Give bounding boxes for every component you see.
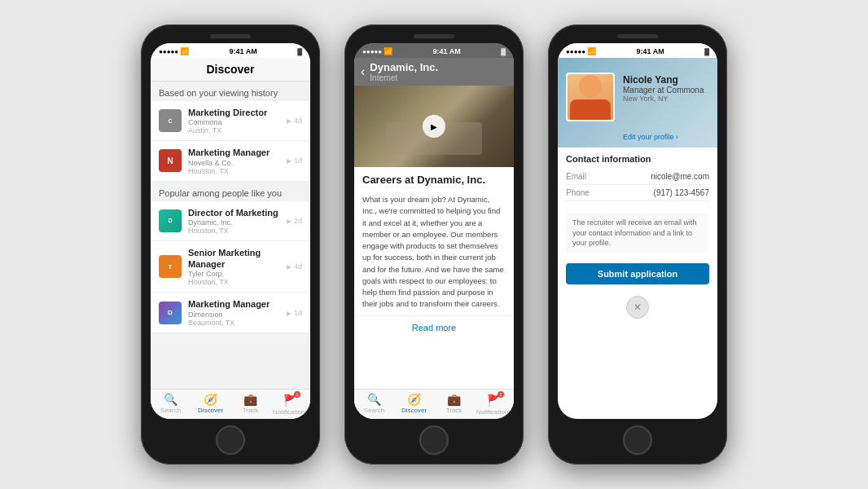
company-description: What is your dream job? At Dynamic, Inc.… <box>354 189 514 315</box>
phone-speaker-2 <box>414 34 454 38</box>
wifi-icon-3: 📶 <box>587 47 596 55</box>
track-icon-2: 💼 <box>447 393 461 406</box>
signal-icon: ●●●●● <box>159 48 178 55</box>
tab-search-label-1: Search <box>160 407 181 414</box>
company-scroll[interactable]: Careers at Dynamic, Inc. What is your dr… <box>354 167 514 389</box>
tab-notifications-label-2: Notifications <box>476 408 512 416</box>
back-button[interactable]: ‹ <box>361 64 365 79</box>
job-logo-dynamic: D <box>159 209 182 232</box>
tab-track-2[interactable]: 💼 Track <box>434 393 474 416</box>
phone-2: ●●●●● 📶 9:41 AM ▓ ‹ Dynamic, Inc. Intern… <box>344 24 524 465</box>
job-item-1[interactable]: C Marketing Director Commona Austin, TX … <box>151 101 310 141</box>
job-company-3: Dynamic, Inc. <box>188 218 280 227</box>
job-logo-tyler: T <box>159 255 182 278</box>
notification-badge-2: 🚩 1 <box>487 393 501 408</box>
phone-value: (917) 123-4567 <box>654 188 709 197</box>
status-time-3: 9:41 AM <box>637 47 664 55</box>
job-item-4[interactable]: T Senior Marketing Manager Tyler Corp. H… <box>151 241 310 293</box>
job-location-5: Beaumont, TX <box>188 319 280 327</box>
discover-icon-1: 🧭 <box>204 393 217 406</box>
tab-notifications-1[interactable]: 🚩 1 Notifications <box>270 393 310 416</box>
status-battery-2: ▓ <box>501 48 506 55</box>
tab-search-label-2: Search <box>364 407 384 414</box>
submit-application-button[interactable]: Submit application <box>566 263 709 284</box>
job-age-4: ▶ 4d <box>287 262 302 271</box>
status-battery-3: ▓ <box>704 48 709 55</box>
tab-bar-1: 🔍 Search 🧭 Discover 💼 Track 🚩 1 Notifica… <box>151 389 310 419</box>
tab-track-label-2: Track <box>446 407 462 414</box>
job-title-3: Director of Marketing <box>188 207 280 218</box>
phone-home-button-1[interactable] <box>216 425 245 455</box>
phone-1: ●●●●● 📶 9:41 AM ▓ Discover Based on your… <box>141 24 320 465</box>
tab-track-label-1: Track <box>243 407 259 414</box>
status-signal-1: ●●●●● 📶 <box>159 47 189 55</box>
section-label-history: Based on your viewing history <box>151 82 310 101</box>
recruiter-note: The recruiter will receive an email with… <box>566 213 709 253</box>
discover-title: Discover <box>159 63 302 76</box>
job-age-2: ▶ 1d <box>287 156 302 165</box>
phone-screen-2: ●●●●● 📶 9:41 AM ▓ ‹ Dynamic, Inc. Intern… <box>354 43 514 419</box>
profile-location: New York, NY <box>623 95 712 103</box>
discover-scroll[interactable]: Based on your viewing history C Marketin… <box>151 82 310 389</box>
tab-track-1[interactable]: 💼 Track <box>230 393 270 416</box>
job-age-1: ▶ 4d <box>287 117 302 125</box>
nav-bar-1: Discover <box>151 58 310 82</box>
search-icon-1: 🔍 <box>164 393 178 406</box>
profile-info-block: Nicole Yang Manager at Commona New York,… <box>623 74 712 103</box>
read-more-link[interactable]: Read more <box>354 315 514 339</box>
job-age-3: ▶ 2d <box>287 217 302 225</box>
edit-profile-link[interactable]: Edit your profile › <box>623 133 678 141</box>
status-bar-1: ●●●●● 📶 9:41 AM ▓ <box>151 43 310 58</box>
tab-discover-1[interactable]: 🧭 Discover <box>191 393 230 416</box>
tab-discover-label-1: Discover <box>198 407 223 414</box>
tab-notifications-label-1: Notifications <box>273 408 309 416</box>
job-location-2: Houston, TX <box>188 167 280 175</box>
job-info-3: Director of Marketing Dynamic, Inc. Hous… <box>188 207 280 235</box>
job-title-5: Marketing Manager <box>188 298 280 310</box>
job-info-1: Marketing Director Commona Austin, TX <box>188 107 280 134</box>
phone-3: ●●●●● 📶 9:41 AM ▓ Nicole Yang Manager at… <box>548 24 727 465</box>
job-title-4: Senior Marketing Manager <box>188 247 280 271</box>
job-item-5[interactable]: D Marketing Manager Dimension Beaumont, … <box>151 293 310 333</box>
email-value: nicole@me.com <box>651 172 709 181</box>
phone-home-button-2[interactable] <box>419 425 449 455</box>
job-item-2[interactable]: N Marketing Manager Novella & Co. Housto… <box>151 141 310 181</box>
company-nav-sub: Internet <box>370 73 507 82</box>
job-title-1: Marketing Director <box>188 107 280 118</box>
close-button[interactable]: ✕ <box>626 296 649 319</box>
job-location-3: Houston, TX <box>188 227 280 235</box>
job-company-4: Tyler Corp. <box>188 270 280 278</box>
tab-search-2[interactable]: 🔍 Search <box>354 393 394 416</box>
wifi-icon-2: 📶 <box>384 47 392 55</box>
status-time-2: 9:41 AM <box>433 47 461 55</box>
job-title-2: Marketing Manager <box>188 147 280 158</box>
tab-notifications-2[interactable]: 🚩 1 Notifications <box>474 393 514 416</box>
job-company-5: Dimension <box>188 311 280 319</box>
play-button[interactable]: ▶ <box>423 115 445 138</box>
company-nav-title-block: Dynamic, Inc. Internet <box>370 61 507 82</box>
job-item-3[interactable]: D Director of Marketing Dynamic, Inc. Ho… <box>151 201 310 241</box>
phone-label: Phone <box>566 188 590 197</box>
badge-count-1: 1 <box>294 391 300 398</box>
battery-icon-2: ▓ <box>501 48 506 55</box>
phone-home-button-3[interactable] <box>623 425 652 455</box>
phone-screen-3: ●●●●● 📶 9:41 AM ▓ Nicole Yang Manager at… <box>558 43 717 419</box>
tab-discover-2[interactable]: 🧭 Discover <box>394 393 434 416</box>
tab-search-1[interactable]: 🔍 Search <box>151 393 191 416</box>
contact-row-phone: Phone (917) 123-4567 <box>566 185 709 201</box>
avatar-body <box>570 99 611 120</box>
company-nav-name: Dynamic, Inc. <box>370 61 507 73</box>
avatar-face <box>568 74 613 120</box>
status-time-1: 9:41 AM <box>230 47 257 55</box>
signal-icon-2: ●●●●● <box>362 48 382 55</box>
company-nav-bar: ‹ Dynamic, Inc. Internet <box>354 58 514 86</box>
job-info-2: Marketing Manager Novella & Co. Houston,… <box>188 147 280 174</box>
job-location-1: Austin, TX <box>188 126 280 134</box>
job-company-1: Commona <box>188 118 280 126</box>
avatar-head <box>579 75 602 98</box>
badge-count-2: 1 <box>498 391 504 398</box>
avatar <box>566 73 615 121</box>
job-location-4: Houston, TX <box>188 278 280 286</box>
search-icon-2: 🔍 <box>367 393 381 406</box>
contact-section-title: Contact information <box>566 154 709 164</box>
